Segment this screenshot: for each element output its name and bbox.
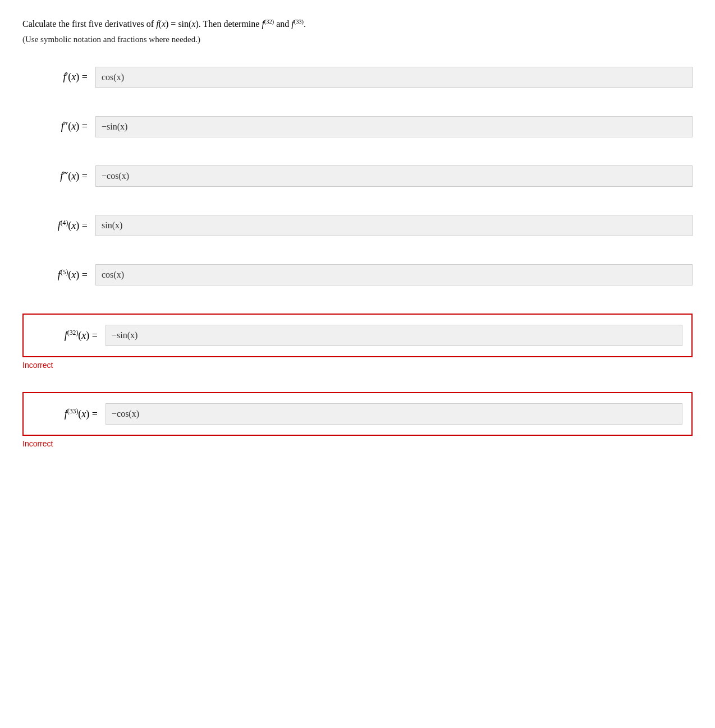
answer-input-f3[interactable] bbox=[95, 165, 693, 187]
answer-input-f4[interactable] bbox=[95, 215, 693, 236]
derivative-label-f4: f(4)(x) = bbox=[22, 219, 95, 232]
incorrect-label-f33: Incorrect bbox=[22, 439, 693, 448]
incorrect-label-f32: Incorrect bbox=[22, 361, 693, 370]
derivative-label-f5: f(5)(x) = bbox=[22, 269, 95, 281]
problem-text: Calculate the first five derivatives of … bbox=[22, 19, 306, 29]
derivative-row-f32: f(32)(x) = bbox=[33, 325, 682, 346]
answer-input-f2[interactable] bbox=[95, 116, 693, 137]
answer-input-f33[interactable] bbox=[106, 403, 682, 425]
derivative-row-f5: f(5)(x) = bbox=[22, 264, 693, 285]
derivative-label-f33: f(33)(x) = bbox=[33, 408, 106, 420]
derivative-label-f1: f′(x) = bbox=[22, 71, 95, 83]
answer-input-f5[interactable] bbox=[95, 264, 693, 285]
section-f32: f(32)(x) = bbox=[22, 314, 693, 357]
derivative-label-f3: f‴(x) = bbox=[22, 170, 95, 182]
derivative-label-f32: f(32)(x) = bbox=[33, 329, 106, 342]
section-f33: f(33)(x) = bbox=[22, 392, 693, 436]
derivative-row-f33: f(33)(x) = bbox=[33, 403, 682, 425]
derivative-label-f2: f″(x) = bbox=[22, 121, 95, 132]
derivative-row-f2: f″(x) = bbox=[22, 116, 693, 137]
answer-input-f32[interactable] bbox=[106, 325, 682, 346]
answer-input-f1[interactable] bbox=[95, 67, 693, 88]
derivative-row-f4: f(4)(x) = bbox=[22, 215, 693, 236]
problem-note: (Use symbolic notation and fractions whe… bbox=[22, 35, 693, 44]
derivative-row-f1: f′(x) = bbox=[22, 67, 693, 88]
derivative-row-f3: f‴(x) = bbox=[22, 165, 693, 187]
problem-statement: Calculate the first five derivatives of … bbox=[22, 17, 693, 31]
